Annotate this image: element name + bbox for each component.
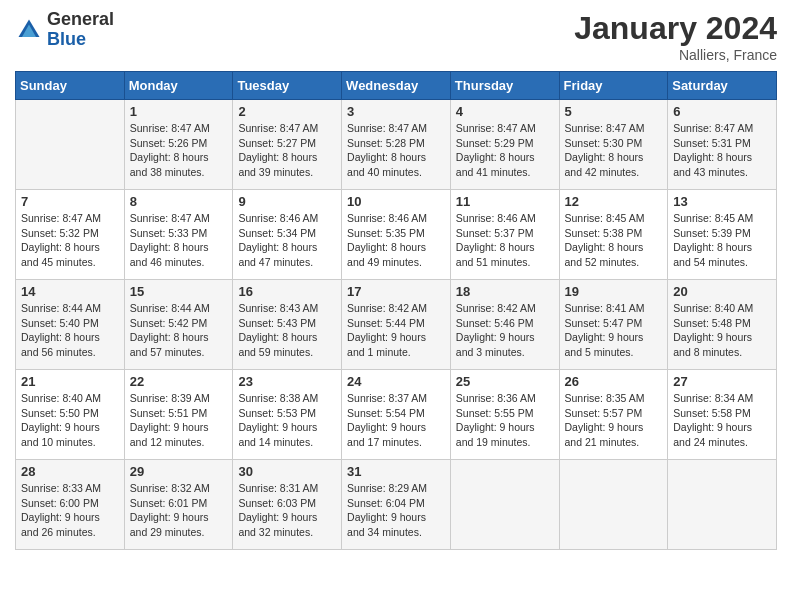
day-info: Sunrise: 8:42 AM Sunset: 5:44 PM Dayligh… xyxy=(347,301,445,360)
day-info: Sunrise: 8:46 AM Sunset: 5:37 PM Dayligh… xyxy=(456,211,554,270)
day-cell: 14Sunrise: 8:44 AM Sunset: 5:40 PM Dayli… xyxy=(16,280,125,370)
day-info: Sunrise: 8:47 AM Sunset: 5:30 PM Dayligh… xyxy=(565,121,663,180)
day-info: Sunrise: 8:38 AM Sunset: 5:53 PM Dayligh… xyxy=(238,391,336,450)
day-info: Sunrise: 8:41 AM Sunset: 5:47 PM Dayligh… xyxy=(565,301,663,360)
day-number: 16 xyxy=(238,284,336,299)
day-number: 26 xyxy=(565,374,663,389)
day-info: Sunrise: 8:36 AM Sunset: 5:55 PM Dayligh… xyxy=(456,391,554,450)
day-number: 7 xyxy=(21,194,119,209)
day-number: 2 xyxy=(238,104,336,119)
day-number: 23 xyxy=(238,374,336,389)
day-cell: 21Sunrise: 8:40 AM Sunset: 5:50 PM Dayli… xyxy=(16,370,125,460)
day-info: Sunrise: 8:37 AM Sunset: 5:54 PM Dayligh… xyxy=(347,391,445,450)
day-info: Sunrise: 8:42 AM Sunset: 5:46 PM Dayligh… xyxy=(456,301,554,360)
day-cell: 3Sunrise: 8:47 AM Sunset: 5:28 PM Daylig… xyxy=(342,100,451,190)
day-cell: 30Sunrise: 8:31 AM Sunset: 6:03 PM Dayli… xyxy=(233,460,342,550)
day-cell xyxy=(450,460,559,550)
day-info: Sunrise: 8:47 AM Sunset: 5:32 PM Dayligh… xyxy=(21,211,119,270)
day-info: Sunrise: 8:44 AM Sunset: 5:40 PM Dayligh… xyxy=(21,301,119,360)
day-info: Sunrise: 8:34 AM Sunset: 5:58 PM Dayligh… xyxy=(673,391,771,450)
day-cell: 7Sunrise: 8:47 AM Sunset: 5:32 PM Daylig… xyxy=(16,190,125,280)
day-cell: 29Sunrise: 8:32 AM Sunset: 6:01 PM Dayli… xyxy=(124,460,233,550)
day-number: 1 xyxy=(130,104,228,119)
logo: General Blue xyxy=(15,10,114,50)
day-info: Sunrise: 8:45 AM Sunset: 5:38 PM Dayligh… xyxy=(565,211,663,270)
day-number: 12 xyxy=(565,194,663,209)
day-number: 28 xyxy=(21,464,119,479)
logo-icon xyxy=(15,16,43,44)
col-header-friday: Friday xyxy=(559,72,668,100)
day-cell: 6Sunrise: 8:47 AM Sunset: 5:31 PM Daylig… xyxy=(668,100,777,190)
day-cell: 1Sunrise: 8:47 AM Sunset: 5:26 PM Daylig… xyxy=(124,100,233,190)
day-info: Sunrise: 8:47 AM Sunset: 5:27 PM Dayligh… xyxy=(238,121,336,180)
day-info: Sunrise: 8:47 AM Sunset: 5:28 PM Dayligh… xyxy=(347,121,445,180)
day-cell: 25Sunrise: 8:36 AM Sunset: 5:55 PM Dayli… xyxy=(450,370,559,460)
day-cell: 2Sunrise: 8:47 AM Sunset: 5:27 PM Daylig… xyxy=(233,100,342,190)
day-cell: 26Sunrise: 8:35 AM Sunset: 5:57 PM Dayli… xyxy=(559,370,668,460)
col-header-monday: Monday xyxy=(124,72,233,100)
location: Nalliers, France xyxy=(574,47,777,63)
page-header: General Blue January 2024 Nalliers, Fran… xyxy=(15,10,777,63)
week-row-3: 14Sunrise: 8:44 AM Sunset: 5:40 PM Dayli… xyxy=(16,280,777,370)
day-info: Sunrise: 8:46 AM Sunset: 5:34 PM Dayligh… xyxy=(238,211,336,270)
day-number: 9 xyxy=(238,194,336,209)
col-header-tuesday: Tuesday xyxy=(233,72,342,100)
day-cell xyxy=(559,460,668,550)
week-row-2: 7Sunrise: 8:47 AM Sunset: 5:32 PM Daylig… xyxy=(16,190,777,280)
calendar-table: SundayMondayTuesdayWednesdayThursdayFrid… xyxy=(15,71,777,550)
day-info: Sunrise: 8:40 AM Sunset: 5:48 PM Dayligh… xyxy=(673,301,771,360)
day-info: Sunrise: 8:47 AM Sunset: 5:33 PM Dayligh… xyxy=(130,211,228,270)
col-header-saturday: Saturday xyxy=(668,72,777,100)
day-info: Sunrise: 8:31 AM Sunset: 6:03 PM Dayligh… xyxy=(238,481,336,540)
day-info: Sunrise: 8:29 AM Sunset: 6:04 PM Dayligh… xyxy=(347,481,445,540)
logo-text: General Blue xyxy=(47,10,114,50)
day-number: 24 xyxy=(347,374,445,389)
day-number: 15 xyxy=(130,284,228,299)
day-cell: 27Sunrise: 8:34 AM Sunset: 5:58 PM Dayli… xyxy=(668,370,777,460)
day-number: 10 xyxy=(347,194,445,209)
day-cell: 9Sunrise: 8:46 AM Sunset: 5:34 PM Daylig… xyxy=(233,190,342,280)
day-number: 20 xyxy=(673,284,771,299)
day-number: 3 xyxy=(347,104,445,119)
day-info: Sunrise: 8:47 AM Sunset: 5:29 PM Dayligh… xyxy=(456,121,554,180)
day-number: 30 xyxy=(238,464,336,479)
day-cell: 11Sunrise: 8:46 AM Sunset: 5:37 PM Dayli… xyxy=(450,190,559,280)
day-number: 19 xyxy=(565,284,663,299)
week-row-4: 21Sunrise: 8:40 AM Sunset: 5:50 PM Dayli… xyxy=(16,370,777,460)
title-area: January 2024 Nalliers, France xyxy=(574,10,777,63)
month-title: January 2024 xyxy=(574,10,777,47)
day-info: Sunrise: 8:44 AM Sunset: 5:42 PM Dayligh… xyxy=(130,301,228,360)
day-cell: 19Sunrise: 8:41 AM Sunset: 5:47 PM Dayli… xyxy=(559,280,668,370)
day-number: 8 xyxy=(130,194,228,209)
day-info: Sunrise: 8:45 AM Sunset: 5:39 PM Dayligh… xyxy=(673,211,771,270)
header-row: SundayMondayTuesdayWednesdayThursdayFrid… xyxy=(16,72,777,100)
day-cell: 28Sunrise: 8:33 AM Sunset: 6:00 PM Dayli… xyxy=(16,460,125,550)
day-info: Sunrise: 8:32 AM Sunset: 6:01 PM Dayligh… xyxy=(130,481,228,540)
day-cell: 4Sunrise: 8:47 AM Sunset: 5:29 PM Daylig… xyxy=(450,100,559,190)
day-number: 14 xyxy=(21,284,119,299)
day-number: 17 xyxy=(347,284,445,299)
day-cell: 22Sunrise: 8:39 AM Sunset: 5:51 PM Dayli… xyxy=(124,370,233,460)
day-cell: 10Sunrise: 8:46 AM Sunset: 5:35 PM Dayli… xyxy=(342,190,451,280)
day-cell: 13Sunrise: 8:45 AM Sunset: 5:39 PM Dayli… xyxy=(668,190,777,280)
day-info: Sunrise: 8:47 AM Sunset: 5:26 PM Dayligh… xyxy=(130,121,228,180)
day-cell: 24Sunrise: 8:37 AM Sunset: 5:54 PM Dayli… xyxy=(342,370,451,460)
day-cell: 12Sunrise: 8:45 AM Sunset: 5:38 PM Dayli… xyxy=(559,190,668,280)
day-cell: 18Sunrise: 8:42 AM Sunset: 5:46 PM Dayli… xyxy=(450,280,559,370)
col-header-wednesday: Wednesday xyxy=(342,72,451,100)
day-info: Sunrise: 8:35 AM Sunset: 5:57 PM Dayligh… xyxy=(565,391,663,450)
col-header-sunday: Sunday xyxy=(16,72,125,100)
day-number: 4 xyxy=(456,104,554,119)
day-info: Sunrise: 8:39 AM Sunset: 5:51 PM Dayligh… xyxy=(130,391,228,450)
day-cell: 15Sunrise: 8:44 AM Sunset: 5:42 PM Dayli… xyxy=(124,280,233,370)
day-number: 13 xyxy=(673,194,771,209)
week-row-5: 28Sunrise: 8:33 AM Sunset: 6:00 PM Dayli… xyxy=(16,460,777,550)
logo-blue: Blue xyxy=(47,30,114,50)
day-info: Sunrise: 8:47 AM Sunset: 5:31 PM Dayligh… xyxy=(673,121,771,180)
day-info: Sunrise: 8:40 AM Sunset: 5:50 PM Dayligh… xyxy=(21,391,119,450)
logo-general: General xyxy=(47,10,114,30)
day-info: Sunrise: 8:43 AM Sunset: 5:43 PM Dayligh… xyxy=(238,301,336,360)
day-info: Sunrise: 8:46 AM Sunset: 5:35 PM Dayligh… xyxy=(347,211,445,270)
day-cell: 23Sunrise: 8:38 AM Sunset: 5:53 PM Dayli… xyxy=(233,370,342,460)
day-cell xyxy=(16,100,125,190)
